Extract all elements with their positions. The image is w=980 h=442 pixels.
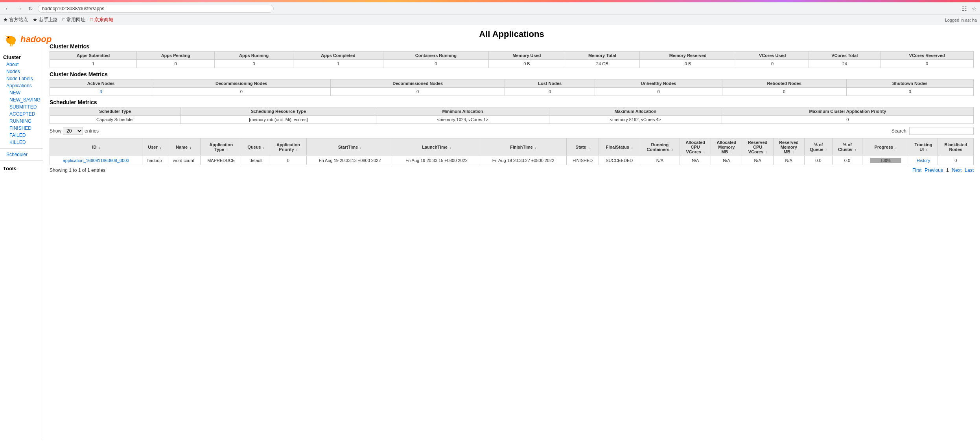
bookmark-common[interactable]: □ 常用网址 xyxy=(63,17,86,23)
sidebar-item-submitted[interactable]: SUBMITTED xyxy=(0,103,43,110)
th-running-containers[interactable]: RunningContainers ↕ xyxy=(640,138,680,156)
reservedmem-sort-arrows: ↕ xyxy=(792,151,794,154)
sidebar-item-about[interactable]: About xyxy=(0,61,43,68)
val-apps-completed: 1 xyxy=(293,60,383,68)
cell-state: FINISHED xyxy=(567,156,599,165)
sidebar-item-finished[interactable]: FINISHED xyxy=(0,125,43,132)
col-containers-running: Containers Running xyxy=(383,52,489,60)
th-allocated-cpu[interactable]: AllocatedCPUVCores ↕ xyxy=(680,138,711,156)
th-finish-time[interactable]: FinishTime ↕ xyxy=(480,138,567,156)
val-max-cluster-app-priority: 0 xyxy=(722,116,973,124)
url-bar[interactable] xyxy=(38,5,274,13)
reservedcpu-sort-arrows: ↕ xyxy=(765,151,767,154)
search-box: Search: xyxy=(892,127,974,135)
col-unhealthy-nodes: Unhealthy Nodes xyxy=(595,79,722,88)
pagination: First Previous 1 Next Last xyxy=(912,168,974,173)
th-pct-cluster[interactable]: % ofCluster ↕ xyxy=(832,138,862,156)
val-apps-submitted: 1 xyxy=(50,60,137,68)
logo-area: hadoop xyxy=(0,28,43,52)
th-start-time[interactable]: StartTime ↕ xyxy=(306,138,393,156)
val-apps-running: 0 xyxy=(214,60,293,68)
launchtime-sort-arrows: ↕ xyxy=(449,146,451,149)
cell-final-status: SUCCEEDED xyxy=(599,156,640,165)
th-name[interactable]: Name ↕ xyxy=(167,138,200,156)
val-active-nodes: 3 xyxy=(50,88,152,96)
th-progress[interactable]: Progress ↕ xyxy=(862,138,909,156)
cell-reserved-memory: N/A xyxy=(773,156,804,165)
hadoop-bird-icon xyxy=(3,31,19,47)
th-pct-queue[interactable]: % ofQueue ↕ xyxy=(804,138,832,156)
cluster-nodes-metrics-table: Active Nodes Decommissioning Nodes Decom… xyxy=(50,79,974,96)
sidebar-item-new-saving[interactable]: NEW_SAVING xyxy=(0,96,43,103)
show-entries-control: Show 20 50 100 entries xyxy=(50,127,99,135)
val-rebooted-nodes: 0 xyxy=(722,88,846,96)
th-tracking-ui[interactable]: TrackingUI ↕ xyxy=(909,138,938,156)
bookmark-icon[interactable]: ☆ xyxy=(972,6,977,12)
cell-allocated-cpu: N/A xyxy=(680,156,711,165)
cell-progress: 100% xyxy=(862,156,909,165)
cluster-metrics-table: Apps Submitted Apps Pending Apps Running… xyxy=(50,51,974,68)
last-link[interactable]: Last xyxy=(965,168,974,173)
sidebar-item-failed[interactable]: FAILED xyxy=(0,132,43,139)
sidebar-item-accepted[interactable]: ACCEPTED xyxy=(0,110,43,118)
th-app-type[interactable]: ApplicationType ↕ xyxy=(200,138,242,156)
finishtime-sort-arrows: ↕ xyxy=(535,146,536,149)
col-decommissioning-nodes: Decommissioning Nodes xyxy=(152,79,331,88)
previous-link[interactable]: Previous xyxy=(925,168,943,173)
col-maximum-allocation: Maximum Allocation xyxy=(549,107,722,116)
th-reserved-cpu[interactable]: ReservedCPUVCores ↕ xyxy=(742,138,773,156)
table-footer: Showing 1 to 1 of 1 entries First Previo… xyxy=(50,168,974,173)
bookmark-newbie[interactable]: ★ 新手上路 xyxy=(33,17,57,23)
th-id[interactable]: ID ↕ xyxy=(50,138,142,156)
pctcluster-sort-arrows: ↕ xyxy=(855,148,857,152)
extensions-icon[interactable]: ☷ xyxy=(962,6,967,12)
page-number[interactable]: 1 xyxy=(946,168,949,173)
th-final-status[interactable]: FinalStatus ↕ xyxy=(599,138,640,156)
th-allocated-memory[interactable]: AllocatedMemoryMB ↕ xyxy=(711,138,742,156)
cell-allocated-memory: N/A xyxy=(711,156,742,165)
bookmark-jd[interactable]: □ 京东商城 xyxy=(90,17,113,23)
forward-button[interactable]: → xyxy=(15,6,24,12)
sidebar-item-nodes[interactable]: Nodes xyxy=(0,68,43,75)
content-area: All Applications Cluster Metrics Apps Su… xyxy=(43,25,980,440)
reload-button[interactable]: ↻ xyxy=(27,6,35,12)
queue-sort-arrows: ↕ xyxy=(263,146,265,149)
th-user[interactable]: User ↕ xyxy=(142,138,167,156)
bookmark-official[interactable]: ★ 官方站点 xyxy=(3,17,28,23)
th-app-priority[interactable]: ApplicationPriority ↕ xyxy=(270,138,307,156)
sidebar-item-killed[interactable]: KILLED xyxy=(0,139,43,146)
id-sort-arrows: ↕ xyxy=(98,146,100,149)
state-sort-arrows: ↕ xyxy=(588,146,590,149)
th-launch-time[interactable]: LaunchTime ↕ xyxy=(393,138,480,156)
search-input[interactable] xyxy=(909,127,974,135)
sidebar-item-node-labels[interactable]: Node Labels xyxy=(0,75,43,82)
col-scheduler-type: Scheduler Type xyxy=(50,107,181,116)
col-decommissioned-nodes: Decommissioned Nodes xyxy=(331,79,505,88)
active-nodes-link[interactable]: 3 xyxy=(99,89,102,94)
cell-pct-cluster: 0.0 xyxy=(832,156,862,165)
sidebar-item-applications[interactable]: Applications xyxy=(0,82,43,89)
app-id-link[interactable]: application_1660911663608_0003 xyxy=(63,158,129,163)
pctqueue-sort-arrows: ↕ xyxy=(825,148,827,152)
cell-launch-time: Fri Aug 19 20:33:15 +0800 2022 xyxy=(393,156,480,165)
tracking-ui-link[interactable]: History xyxy=(917,158,930,163)
th-reserved-memory[interactable]: ReservedMemoryMB ↕ xyxy=(773,138,804,156)
col-lost-nodes: Lost Nodes xyxy=(505,79,595,88)
th-state[interactable]: State ↕ xyxy=(567,138,599,156)
back-button[interactable]: ← xyxy=(3,6,12,12)
th-queue[interactable]: Queue ↕ xyxy=(242,138,270,156)
sidebar-item-scheduler[interactable]: Scheduler xyxy=(0,151,43,158)
val-decommissioned-nodes: 0 xyxy=(331,88,505,96)
entries-select[interactable]: 20 50 100 xyxy=(63,127,83,135)
cell-running-containers: N/A xyxy=(640,156,680,165)
val-lost-nodes: 0 xyxy=(505,88,595,96)
col-vcores-total: VCores Total xyxy=(809,52,881,60)
sidebar-item-running[interactable]: RUNNING xyxy=(0,118,43,125)
th-blacklisted-nodes[interactable]: BlacklistedNodes xyxy=(938,138,974,156)
sidebar-item-new[interactable]: NEW xyxy=(0,89,43,96)
page-title: All Applications xyxy=(50,29,974,39)
col-memory-used: Memory Used xyxy=(489,52,565,60)
cell-start-time: Fri Aug 19 20:33:13 +0800 2022 xyxy=(306,156,393,165)
next-link[interactable]: Next xyxy=(952,168,962,173)
first-link[interactable]: First xyxy=(912,168,921,173)
